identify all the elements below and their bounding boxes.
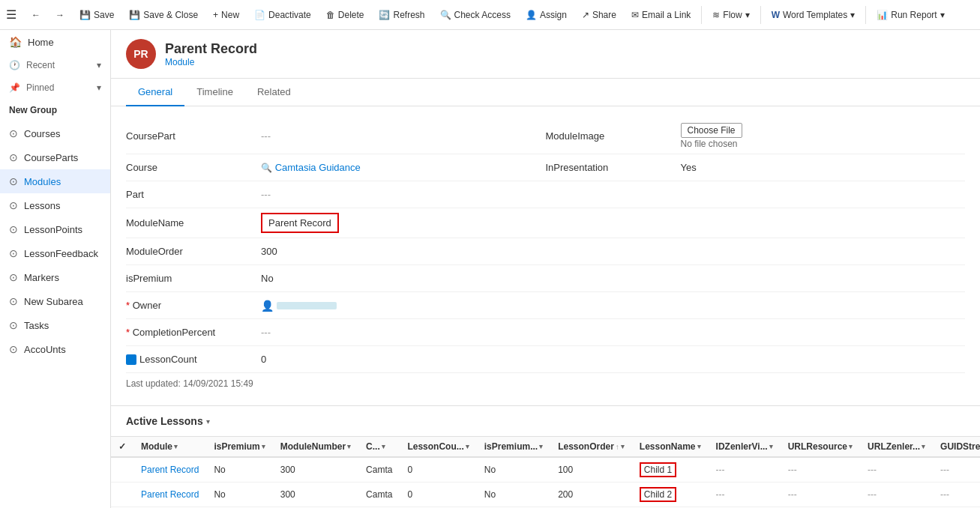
record-title: Parent Record	[165, 41, 257, 57]
tab-general[interactable]: General	[126, 79, 184, 106]
record-subtitle: Module	[165, 57, 257, 67]
word-templates-button[interactable]: W Word Templates ▾	[766, 7, 862, 23]
save-button[interactable]: 💾 Save	[73, 7, 120, 23]
run-report-button[interactable]: 📊 Run Report ▾	[871, 7, 950, 23]
col-header-lessonname[interactable]: LessonName ▾	[632, 437, 709, 457]
row-cell: 100	[550, 457, 632, 483]
refresh-icon: 🔄	[379, 10, 390, 20]
completionpercent-value: ---	[261, 327, 546, 338]
row-cell: ---	[933, 457, 980, 483]
col-header-guidstrea[interactable]: GUIDStrea... ▾	[933, 437, 980, 457]
sidebar-item-courses[interactable]: ⊙ Courses	[0, 121, 110, 145]
share-button[interactable]: ↗ Share	[576, 7, 622, 23]
col-header-idzenleri[interactable]: IDZenlerVi... ▾	[709, 437, 781, 457]
choose-file-button[interactable]: Choose File	[681, 123, 742, 138]
col-header-ispremium[interactable]: isPremium ▾	[206, 437, 272, 457]
row-cell: No	[477, 457, 550, 483]
col-header-urlzenler[interactable]: URLZenler... ▾	[860, 437, 933, 457]
lessoncount-icon	[126, 354, 136, 365]
new-icon: +	[213, 10, 218, 20]
row-lessonname: Child 1	[632, 457, 709, 483]
main-layout: 🏠 Home 🕐 Recent ▾ 📌 Pinned ▾ New Group ⊙…	[0, 30, 980, 508]
course-link-icon: 🔍	[261, 163, 272, 173]
row-cell[interactable]: Parent Record	[133, 483, 206, 507]
col-header-modulenumber[interactable]: ModuleNumber ▾	[273, 437, 358, 457]
col-header-c[interactable]: C... ▾	[358, 437, 400, 457]
lessoncount-value: 0	[261, 354, 546, 365]
delete-icon: 🗑	[326, 10, 335, 20]
toolbar-divider-3	[865, 6, 866, 24]
moduleorder-value: 300	[261, 246, 546, 257]
deactivate-button[interactable]: 📄 Deactivate	[248, 7, 317, 23]
row-cell: ---	[781, 457, 860, 483]
row-cell: 300	[273, 457, 358, 483]
table-header: ✓ Module ▾ isPremium ▾	[111, 437, 980, 457]
back-button[interactable]: ←	[25, 7, 46, 23]
sidebar-item-tasks[interactable]: ⊙ Tasks	[0, 313, 110, 337]
forward-button[interactable]: →	[49, 7, 70, 23]
flow-button[interactable]: ≋ Flow ▾	[706, 7, 755, 23]
new-button[interactable]: + New	[207, 7, 245, 23]
col-urlzenler-dropdown-icon: ▾	[922, 443, 925, 450]
delete-button[interactable]: 🗑 Delete	[320, 7, 370, 23]
field-row-part: Part ---	[126, 181, 965, 208]
moduleorder-label: ModuleOrder	[126, 246, 261, 257]
toolbar: ☰ ← → 💾 Save 💾 Save & Close + New 📄 Deac…	[0, 0, 980, 30]
coursepart-label: CoursePart	[126, 130, 261, 142]
grid-title: Active Lessons	[126, 415, 203, 427]
sidebar-item-home[interactable]: 🏠 Home	[0, 30, 110, 54]
col-header-lessonorder[interactable]: LessonOrder ↑ ▾	[550, 437, 632, 457]
sidebar-item-markers[interactable]: ⊙ Markers	[0, 265, 110, 289]
last-updated-value: 14/09/2021 15:49	[183, 378, 253, 389]
inpresentation-label: InPresentation	[546, 162, 681, 173]
assign-button[interactable]: 👤 Assign	[520, 7, 573, 23]
row-cell: No	[477, 483, 550, 507]
row-checkbox	[111, 483, 133, 507]
row-cell: 0	[400, 483, 476, 507]
refresh-button[interactable]: 🔄 Refresh	[373, 7, 430, 23]
content-area: PR Parent Record Module General Timeline…	[111, 30, 980, 508]
tab-related[interactable]: Related	[245, 79, 303, 106]
grid-dropdown-icon[interactable]: ▾	[206, 417, 210, 426]
course-value[interactable]: 🔍 Camtasia Guidance	[261, 162, 546, 173]
row-cell: No	[206, 457, 272, 483]
save-close-button[interactable]: 💾 Save & Close	[123, 7, 204, 23]
row-cell: Camta	[358, 457, 400, 483]
sidebar-item-accounts[interactable]: ⊙ AccoUnts	[0, 337, 110, 361]
row-cell: Camta	[358, 483, 400, 507]
row-cell: 200	[550, 483, 632, 507]
sidebar-item-lessonfeedback[interactable]: ⊙ LessonFeedback	[0, 241, 110, 265]
field-row-ispremium: isPremium No	[126, 265, 965, 292]
sidebar-item-new-subarea[interactable]: ⊙ New Subarea	[0, 289, 110, 313]
tab-timeline[interactable]: Timeline	[184, 79, 245, 106]
sidebar-pinned-header[interactable]: 📌 Pinned ▾	[0, 76, 110, 99]
moduleimage-value: Choose File No file chosen	[681, 123, 966, 149]
last-updated-row: Last updated: 14/09/2021 15:49	[126, 373, 965, 393]
field-row-owner: Owner 👤	[126, 292, 965, 319]
col-header-urlresource[interactable]: URLResource ▾	[781, 437, 860, 457]
new-subarea-icon: ⊙	[9, 295, 18, 307]
table-body: Parent RecordNo300Camta0No100Child 1----…	[111, 457, 980, 508]
email-link-button[interactable]: ✉ Email a Link	[625, 7, 697, 23]
inpresentation-value: Yes	[681, 162, 966, 173]
completionpercent-label: CompletionPercent	[126, 327, 261, 338]
pinned-icon: 📌	[9, 82, 20, 93]
sidebar-item-lessons[interactable]: ⊙ Lessons	[0, 193, 110, 217]
col-header-module[interactable]: Module ▾	[133, 437, 206, 457]
home-icon: 🏠	[9, 36, 22, 48]
col-header-ispremium2[interactable]: isPremium... ▾	[477, 437, 550, 457]
sidebar: 🏠 Home 🕐 Recent ▾ 📌 Pinned ▾ New Group ⊙…	[0, 30, 111, 508]
save-close-icon: 💾	[129, 10, 140, 20]
sidebar-item-modules[interactable]: ⊙ Modules	[0, 169, 110, 193]
col-header-lessoncou[interactable]: LessonCou... ▾	[400, 437, 476, 457]
check-all-icon[interactable]: ✓	[118, 441, 126, 452]
check-access-button[interactable]: 🔍 Check Access	[434, 7, 517, 23]
row-cell: ---	[709, 483, 781, 507]
hamburger-icon[interactable]: ☰	[6, 7, 16, 22]
row-cell[interactable]: Parent Record	[133, 457, 206, 483]
sidebar-item-courseparts[interactable]: ⊙ CourseParts	[0, 145, 110, 169]
sidebar-recent-header[interactable]: 🕐 Recent ▾	[0, 54, 110, 76]
sidebar-item-lessonpoints[interactable]: ⊙ LessonPoints	[0, 217, 110, 241]
col-c-dropdown-icon: ▾	[382, 443, 385, 450]
toolbar-divider-1	[701, 6, 702, 24]
